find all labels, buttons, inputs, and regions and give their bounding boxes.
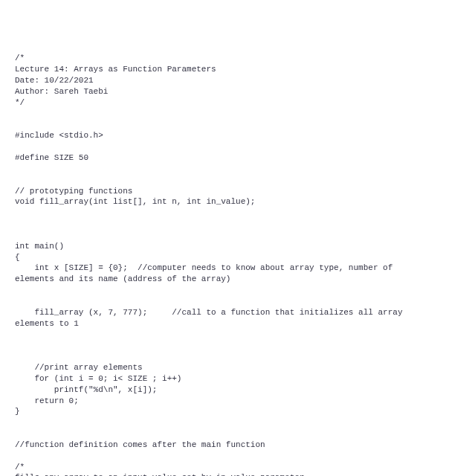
code-block: /* Lecture 14: Arrays as Function Parame… <box>15 53 434 476</box>
